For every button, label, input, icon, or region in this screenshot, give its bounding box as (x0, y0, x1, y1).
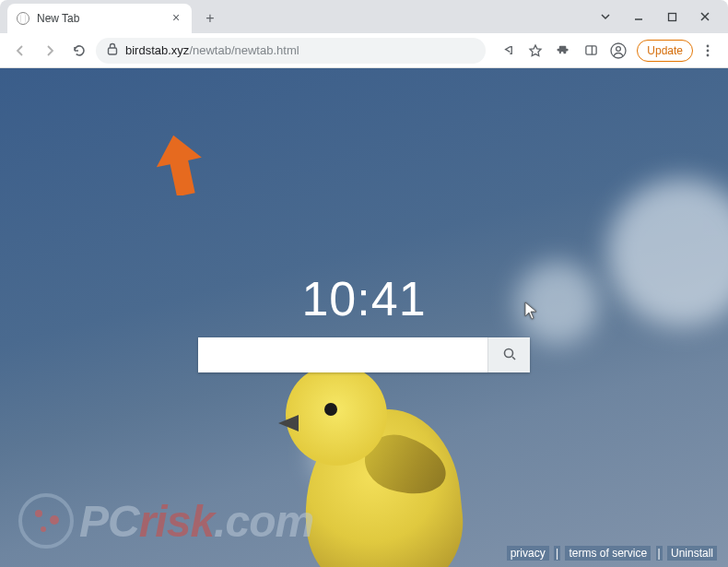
footer-links: privacy | terms of service | Uninstall (507, 547, 717, 560)
chevron-down-icon[interactable] (590, 4, 621, 30)
search-button[interactable] (487, 337, 530, 372)
maximize-icon[interactable] (656, 4, 687, 30)
watermark-pc: PC (79, 497, 139, 546)
newtab-content: 10:41 PCrisk.com privacy | terms of serv… (0, 68, 728, 567)
uninstall-link[interactable]: Uninstall (667, 546, 717, 561)
side-panel-icon[interactable] (578, 38, 604, 64)
lock-icon (107, 42, 118, 58)
plus-icon[interactable]: + (197, 6, 223, 31)
window-controls (590, 0, 721, 33)
svg-point-9 (504, 348, 512, 357)
address-bar[interactable]: birdstab.xyz/newtab/newtab.html (96, 38, 486, 64)
titlebar: New Tab × + (0, 0, 728, 33)
privacy-link[interactable]: privacy (507, 546, 549, 561)
globe-icon (17, 12, 29, 25)
url-domain: birdstab.xyz (125, 43, 189, 57)
toolbar-right: Update (495, 38, 721, 64)
search-bar (198, 337, 530, 372)
puzzle-icon[interactable] (550, 38, 576, 64)
annotation-arrow-icon (157, 135, 203, 199)
window-close-icon[interactable] (689, 4, 721, 30)
forward-arrow-icon[interactable] (37, 38, 63, 64)
share-icon[interactable] (495, 38, 521, 64)
search-input[interactable] (198, 337, 487, 372)
search-icon (502, 347, 517, 364)
tab-title: New Tab (37, 12, 79, 25)
svg-point-7 (707, 53, 710, 56)
terms-link[interactable]: terms of service (565, 546, 651, 561)
star-icon[interactable] (523, 38, 548, 64)
svg-point-6 (707, 49, 710, 52)
profile-icon[interactable] (605, 38, 631, 64)
browser-tab[interactable]: New Tab × (7, 4, 192, 33)
bird-illustration (276, 364, 479, 567)
reload-icon[interactable] (66, 38, 92, 64)
close-icon[interactable]: × (170, 12, 182, 25)
toolbar: birdstab.xyz/newtab/newtab.html Update (0, 33, 728, 68)
svg-rect-1 (109, 48, 117, 54)
watermark: PCrisk.com (18, 493, 313, 549)
separator: | (656, 546, 663, 561)
svg-point-4 (616, 46, 621, 51)
url-text: birdstab.xyz/newtab/newtab.html (125, 43, 299, 57)
separator: | (554, 546, 560, 561)
watermark-badge (18, 493, 74, 549)
clock: 10:41 (0, 271, 728, 326)
watermark-risk: risk (139, 497, 214, 546)
minimize-icon[interactable] (623, 4, 654, 30)
svg-rect-0 (668, 13, 675, 20)
back-arrow-icon[interactable] (7, 38, 33, 64)
kebab-menu-icon[interactable] (695, 38, 721, 64)
url-path: /newtab/newtab.html (189, 43, 299, 57)
update-button[interactable]: Update (637, 40, 693, 62)
svg-rect-2 (586, 46, 596, 54)
svg-point-5 (707, 44, 710, 47)
cursor-icon (524, 301, 537, 324)
